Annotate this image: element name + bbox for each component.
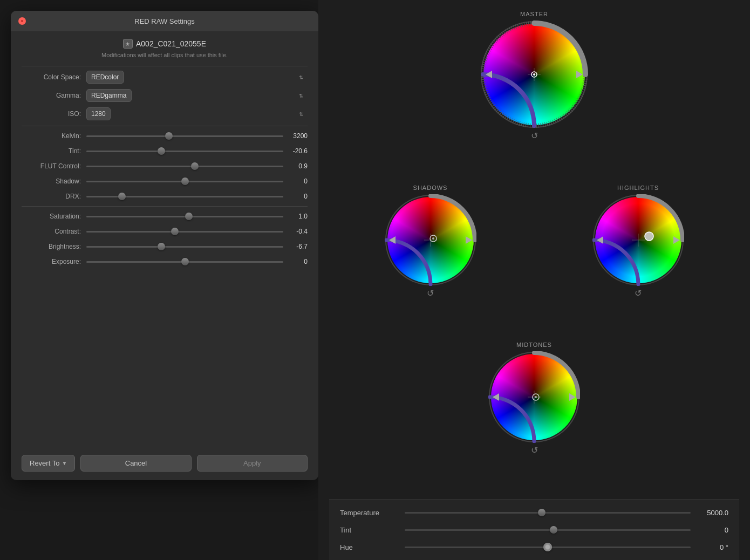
iso-label: ISO:	[22, 110, 86, 118]
iso-row: ISO: 1280	[22, 107, 308, 120]
flut-slider[interactable]	[86, 161, 283, 172]
saturation-thumb[interactable]	[185, 213, 193, 220]
shadows-color-wheel[interactable]	[385, 194, 476, 286]
drx-track	[86, 196, 283, 197]
brightness-slider[interactable]	[86, 241, 283, 252]
highlights-color-wheel[interactable]	[592, 194, 684, 286]
contrast-label: Contrast:	[22, 228, 86, 235]
shadow-thumb[interactable]	[181, 177, 189, 185]
flut-label: FLUT Control:	[22, 162, 86, 170]
saturation-value: 1.0	[283, 213, 308, 220]
svg-point-8	[533, 73, 535, 76]
shadow-track	[86, 181, 283, 182]
contrast-value: -0.4	[283, 228, 308, 235]
master-reset-icon[interactable]: ↺	[531, 131, 538, 141]
exposure-row: Exposure: 0	[22, 256, 308, 267]
master-wheel-container	[480, 21, 588, 128]
color-space-label: Color Space:	[22, 73, 86, 81]
svg-point-15	[432, 237, 434, 240]
midtones-wheel-container	[488, 351, 580, 443]
highlights-wheel-section: HIGHLIGHTS	[537, 185, 739, 337]
kelvin-track	[86, 135, 283, 137]
contrast-row: Contrast: -0.4	[22, 226, 308, 237]
right-panel: MASTER	[318, 0, 750, 560]
shadow-row: Shadow: 0	[22, 176, 308, 187]
midtones-wheel-section: MIDTONES	[329, 342, 739, 494]
hue-label: Hue	[340, 543, 405, 551]
color-space-row: Color Space: REDcolor	[22, 71, 308, 84]
iso-select-wrapper: 1280	[86, 107, 308, 120]
color-wheels-area: MASTER	[329, 11, 739, 499]
gamma-select[interactable]: REDgamma	[86, 89, 132, 102]
revert-button[interactable]: Revert To ▼	[22, 455, 75, 472]
temperature-value: 5000.0	[691, 509, 728, 517]
exposure-thumb[interactable]	[181, 258, 189, 265]
midtones-reset-icon[interactable]: ↺	[531, 445, 538, 455]
highlights-reset-icon[interactable]: ↺	[635, 288, 642, 298]
cancel-button[interactable]: Cancel	[80, 455, 191, 472]
panel-content: ★ A002_C021_02055E Modifications will af…	[11, 31, 318, 447]
exposure-slider[interactable]	[86, 256, 283, 267]
hue-thumb[interactable]	[543, 543, 552, 551]
tint-label: Tint:	[22, 147, 86, 155]
contrast-track	[86, 231, 283, 233]
highlights-wheel-label: HIGHLIGHTS	[617, 185, 659, 191]
midtones-color-wheel[interactable]	[488, 351, 580, 443]
kelvin-row: Kelvin: 3200	[22, 131, 308, 141]
temperature-slider-row: Temperature 5000.0	[340, 507, 728, 518]
shadows-reset-icon[interactable]: ↺	[427, 288, 434, 298]
shadow-value: 0	[283, 177, 308, 185]
apply-button[interactable]: Apply	[197, 455, 308, 472]
gamma-select-wrapper: REDgamma	[86, 89, 308, 102]
exposure-label: Exposure:	[22, 258, 86, 265]
contrast-thumb[interactable]	[171, 228, 179, 235]
tint-slider[interactable]	[86, 146, 283, 156]
tint-value: -20.6	[283, 147, 308, 155]
contrast-slider[interactable]	[86, 226, 283, 237]
flut-row: FLUT Control: 0.9	[22, 161, 308, 172]
flut-thumb[interactable]	[191, 162, 199, 170]
drx-label: DRX:	[22, 193, 86, 200]
hue-slider[interactable]	[405, 542, 691, 552]
hue-track	[405, 547, 691, 548]
brightness-label: Brightness:	[22, 243, 86, 250]
color-space-select[interactable]: REDcolor	[86, 71, 124, 84]
bottom-sliders-panel: Temperature 5000.0 Tint 0 Hue	[329, 499, 739, 560]
saturation-slider[interactable]	[86, 211, 283, 222]
midtones-wheel-label: MIDTONES	[516, 342, 552, 348]
master-wheel-section: MASTER	[329, 11, 739, 179]
iso-select[interactable]: 1280	[86, 107, 111, 120]
shadow-slider[interactable]	[86, 176, 283, 187]
left-panel: × RED RAW Settings ★ A002_C021_02055E Mo…	[11, 11, 318, 480]
gamma-label: Gamma:	[22, 92, 86, 99]
color-space-select-wrapper: REDcolor	[86, 71, 308, 84]
brightness-thumb[interactable]	[158, 243, 165, 250]
file-star-icon: ★	[123, 39, 133, 49]
file-header: ★ A002_C021_02055E	[22, 39, 308, 49]
shadows-wheel-label: SHADOWS	[413, 185, 448, 191]
shadows-wheel-container	[385, 194, 476, 286]
bottom-buttons: Revert To ▼ Cancel Apply	[11, 447, 318, 480]
drx-value: 0	[283, 193, 308, 200]
divider-1	[22, 126, 308, 126]
drx-slider[interactable]	[86, 191, 283, 202]
close-button[interactable]: ×	[18, 17, 26, 25]
kelvin-thumb[interactable]	[165, 132, 173, 140]
kelvin-slider[interactable]	[86, 131, 283, 141]
divider-2	[22, 206, 308, 207]
master-color-wheel[interactable]	[480, 21, 588, 128]
temperature-thumb[interactable]	[538, 509, 546, 516]
saturation-track	[86, 216, 283, 217]
drx-row: DRX: 0	[22, 191, 308, 202]
tint-thumb[interactable]	[158, 147, 165, 155]
saturation-label: Saturation:	[22, 213, 86, 220]
flut-value: 0.9	[283, 162, 308, 170]
tint-bottom-slider[interactable]	[405, 524, 691, 535]
drx-thumb[interactable]	[118, 193, 126, 200]
temperature-slider[interactable]	[405, 507, 691, 518]
file-note: Modifications will affect all clips that…	[22, 52, 308, 58]
tint-bottom-slider-row: Tint 0	[340, 524, 728, 535]
tint-bottom-thumb[interactable]	[550, 526, 557, 534]
shadows-wheel-section: SHADOWS	[329, 185, 531, 337]
temperature-track	[405, 512, 691, 514]
